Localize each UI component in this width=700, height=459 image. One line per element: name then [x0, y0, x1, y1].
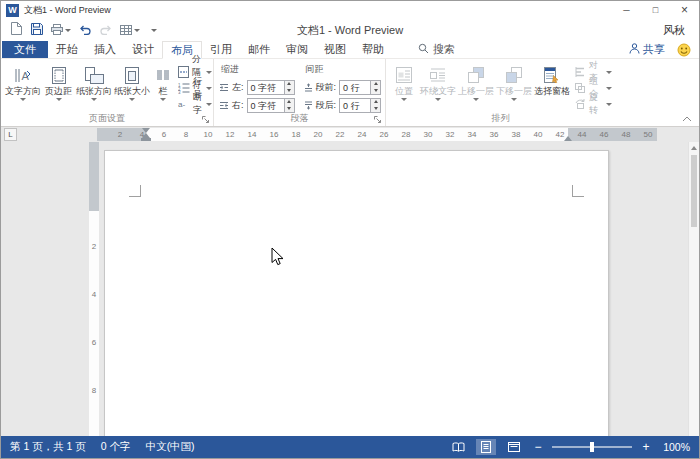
margins-button[interactable]: 页边距	[42, 61, 75, 113]
vertical-ruler: 2468101214	[89, 142, 99, 436]
search-label: 搜索	[433, 42, 455, 57]
draw-table-button[interactable]	[118, 21, 142, 39]
undo-button[interactable]	[76, 21, 94, 39]
tab-insert[interactable]: 插入	[86, 41, 124, 58]
search-icon	[418, 43, 429, 56]
hyphenation-icon: a-	[178, 98, 190, 110]
tab-home[interactable]: 开始	[48, 41, 86, 58]
indent-left-decrease-button[interactable]	[285, 87, 294, 94]
new-document-button[interactable]	[7, 21, 25, 39]
ruler-number: 4	[89, 290, 99, 299]
tab-review[interactable]: 审阅	[278, 41, 316, 58]
ruler-number: 50	[644, 128, 653, 141]
word-count[interactable]: 0 个字	[101, 440, 131, 454]
align-icon	[574, 66, 586, 78]
language-indicator[interactable]: 中文(中国)	[146, 440, 195, 454]
page-setup-small-buttons: 分隔符 123 行号 a- 断字	[178, 61, 212, 112]
position-button[interactable]: 位置	[389, 61, 419, 113]
search-box[interactable]: 搜索	[418, 41, 455, 58]
feedback-smiley-icon[interactable]	[677, 43, 691, 57]
margin-crop-mark-left	[129, 185, 141, 197]
tab-mailings[interactable]: 邮件	[240, 41, 278, 58]
document-area[interactable]: 2468101214	[1, 142, 699, 436]
spacing-before-input[interactable]: 0 行	[339, 80, 381, 95]
page-indicator[interactable]: 第 1 页，共 1 页	[10, 440, 86, 454]
redo-button[interactable]	[97, 21, 115, 39]
ruler-number: 6	[162, 128, 166, 141]
selection-pane-button[interactable]: 选择窗格	[533, 61, 571, 113]
print-preview-button[interactable]	[49, 21, 73, 39]
indent-right-decrease-button[interactable]	[285, 105, 294, 112]
minimize-button[interactable]: ─	[612, 1, 641, 19]
ruler-number: 48	[622, 128, 631, 141]
titlebar: 文档1 - Word Preview ─ □ ×	[1, 1, 699, 19]
orientation-button[interactable]: 纸张方向	[75, 61, 113, 113]
bring-forward-button[interactable]: 上移一层	[457, 61, 495, 113]
rotate-button[interactable]: 旋转	[574, 96, 612, 112]
tab-references[interactable]: 引用	[202, 41, 240, 58]
indent-heading: 缩进	[221, 63, 295, 76]
save-button[interactable]	[28, 21, 46, 39]
tab-stop-selector[interactable]	[4, 128, 17, 141]
scrollbar-up-arrow[interactable]	[689, 142, 699, 154]
text-direction-button[interactable]: A 文字方向	[4, 61, 42, 113]
page-setup-group: A 文字方向 页边距 纸张方向 纸张大小 栏 分	[1, 59, 213, 126]
customize-qat-button[interactable]	[145, 21, 163, 39]
user-name[interactable]: 风秋	[663, 23, 685, 38]
wrap-text-icon	[430, 64, 446, 86]
tab-design[interactable]: 设计	[124, 41, 162, 58]
ruler-number: 14	[248, 128, 257, 141]
collapse-ribbon-button[interactable]	[679, 113, 695, 124]
arrange-group: 位置 环绕文字 上移一层 下移一层 选择窗格 对齐	[385, 59, 615, 126]
tab-bar-right: 共享	[629, 41, 699, 58]
zoom-out-button[interactable]: −	[532, 440, 544, 454]
vertical-scrollbar[interactable]	[688, 142, 699, 436]
spacing-heading: 间距	[306, 63, 382, 76]
table-grid-icon	[120, 21, 132, 39]
right-indent-marker[interactable]	[564, 136, 572, 141]
indent-left-input[interactable]: 0 字符	[247, 80, 295, 95]
paragraph-group-label: 段落	[214, 112, 385, 125]
indent-right-input[interactable]: 0 字符	[247, 98, 295, 113]
zoom-slider[interactable]	[552, 446, 632, 448]
maximize-button[interactable]: □	[641, 1, 670, 19]
mouse-cursor	[271, 247, 284, 271]
scrollbar-thumb[interactable]	[691, 155, 697, 227]
ruler-number: 20	[314, 128, 323, 141]
hyphenation-button[interactable]: a- 断字	[178, 96, 212, 112]
ruler-number: 44	[578, 128, 587, 141]
zoom-percentage[interactable]: 100%	[660, 441, 690, 453]
spacing-before-icon	[304, 83, 313, 92]
tab-view[interactable]: 视图	[316, 41, 354, 58]
page-size-button[interactable]: 纸张大小	[113, 61, 151, 113]
wrap-text-button[interactable]: 环绕文字	[419, 61, 457, 113]
paragraph-dialog-launcher[interactable]	[372, 114, 383, 125]
print-layout-button[interactable]	[476, 439, 496, 455]
ruler-number: 24	[358, 128, 367, 141]
horizontal-ruler[interactable]: 2468101214161820222426283032343638404244…	[97, 128, 657, 141]
tab-help[interactable]: 帮助	[354, 41, 392, 58]
share-button[interactable]: 共享	[629, 42, 665, 57]
columns-button[interactable]: 栏	[151, 61, 175, 113]
ruler-number: 36	[490, 128, 499, 141]
send-backward-button[interactable]: 下移一层	[495, 61, 533, 113]
page-setup-dialog-launcher[interactable]	[200, 114, 211, 125]
ribbon-tab-bar: 文件 开始插入设计布局引用邮件审阅视图帮助 搜索 共享	[1, 41, 699, 59]
status-bar-right: − + 100%	[448, 439, 690, 455]
quick-access-toolbar: 文档1 - Word Preview 风秋	[1, 19, 699, 41]
ruler-number: 40	[534, 128, 543, 141]
spacing-after-input[interactable]: 0 行	[339, 98, 381, 113]
arrange-group-label: 排列	[386, 112, 615, 125]
zoom-in-button[interactable]: +	[640, 440, 652, 454]
spacing-before-decrease-button[interactable]	[371, 87, 380, 94]
document-page[interactable]	[104, 150, 609, 436]
web-layout-button[interactable]	[504, 439, 524, 455]
new-document-icon	[11, 21, 22, 39]
word-app-icon	[6, 4, 19, 17]
spacing-after-decrease-button[interactable]	[371, 105, 380, 112]
ruler-number: 32	[446, 128, 455, 141]
tab-file[interactable]: 文件	[2, 41, 48, 58]
close-button[interactable]: ×	[670, 1, 699, 19]
read-mode-button[interactable]	[448, 439, 468, 455]
zoom-slider-thumb[interactable]	[590, 442, 594, 452]
